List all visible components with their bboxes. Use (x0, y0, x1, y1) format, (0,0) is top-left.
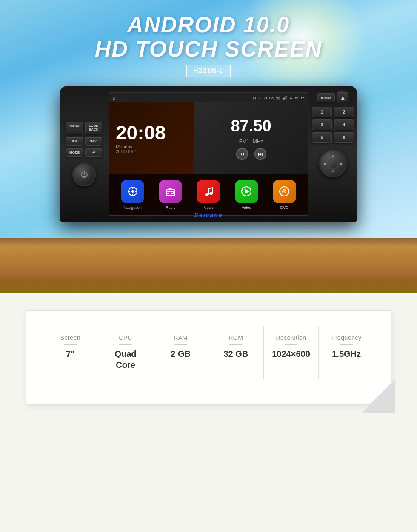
spec-screen-value: 7" (66, 348, 75, 359)
spec-divider-2 (174, 344, 187, 345)
spec-ram: RAM 2 GB (153, 326, 208, 379)
video-app-icon[interactable]: Video (235, 180, 258, 210)
status-icon-cam: 📷 (276, 96, 280, 100)
svg-point-11 (205, 193, 208, 196)
btn-row-2: DISC NAVI (63, 137, 105, 146)
title-line1: ANDROID 10.0 (95, 13, 323, 37)
spec-ram-label: RAM (174, 334, 188, 341)
num-btn-3[interactable]: 3 (312, 119, 332, 130)
right-control-panel: BAND ▲ 1 2 3 4 5 6 ▲ ▼ ◀ ▶ ⏸ (308, 86, 357, 222)
title-line2: HD TOUCH SCREEN (95, 37, 323, 61)
spec-frequency: Frequency 1.5GHz (319, 326, 374, 379)
eject-button[interactable]: ▲ (337, 92, 349, 102)
specs-grid: Screen 7" CPU QuadCore RAM 2 GB ROM 32 G… (43, 326, 374, 379)
video-app-label: Video (242, 205, 251, 210)
svg-line-15 (208, 188, 213, 189)
spec-divider-3 (229, 344, 242, 345)
status-bar: ⌂ ⊟ ⇧ 20:08 📷 🔊 ✕ ▭ ↩ (109, 93, 308, 102)
loud-back-button[interactable]: LOUDBACK (85, 122, 102, 134)
spec-divider-5 (340, 344, 353, 345)
num-btn-2[interactable]: 2 (334, 107, 354, 117)
model-id: H331N-L (193, 67, 224, 74)
left-control-panel: MENU LOUDBACK DISC NAVI MODE ↩ ⏻ (60, 86, 109, 222)
arrow-down-icon: ▼ (331, 169, 335, 174)
dvd-icon-box (273, 180, 296, 203)
svg-point-12 (209, 192, 213, 195)
clock-display: 20:08 (264, 96, 274, 100)
back-button[interactable]: ↩ (85, 148, 102, 157)
navigation-joystick[interactable]: ▲ ▼ ◀ ▶ ⏸ (319, 150, 347, 177)
status-icons: ⊟ ⇧ 20:08 📷 🔊 ✕ ▭ ↩ (253, 96, 304, 100)
spec-divider-4 (285, 344, 297, 345)
fm-info: FM1 MHz (239, 139, 263, 145)
model-badge: H331N-L (186, 65, 231, 77)
status-icon-rect: ▭ (295, 96, 299, 100)
btn-row-3: MODE ↩ (63, 148, 105, 157)
spec-divider-0 (64, 344, 77, 345)
spec-frequency-label: Frequency (331, 334, 362, 341)
product-title: ANDROID 10.0 HD TOUCH SCREEN H331N-L (95, 13, 323, 77)
home-icon[interactable]: ⌂ (113, 95, 116, 100)
power-knob[interactable]: ⏻ (72, 163, 96, 186)
spec-rom: ROM 32 GB (208, 326, 264, 379)
num-btn-6[interactable]: 6 (334, 132, 354, 143)
mhz-label: MHz (253, 139, 263, 145)
music-app-icon[interactable]: Music (197, 180, 220, 210)
arrow-left-icon: ◀ (323, 162, 326, 166)
spec-divider-1 (119, 344, 132, 345)
num-btn-5[interactable]: 5 (312, 132, 332, 143)
number-grid: 1 2 3 4 5 6 (312, 107, 354, 143)
music-app-label: Music (203, 205, 214, 210)
num-btn-4[interactable]: 4 (334, 119, 354, 130)
navigation-icon-box (121, 180, 144, 203)
play-pause-icon: ⏸ (331, 162, 335, 165)
specs-paper: Screen 7" CPU QuadCore RAM 2 GB ROM 32 G… (26, 310, 391, 405)
svg-marker-16 (245, 189, 250, 194)
band-button[interactable]: BAND (317, 93, 335, 102)
time-display: 20:08 (116, 123, 188, 142)
svg-rect-10 (167, 193, 169, 194)
svg-point-8 (171, 191, 174, 194)
spec-screen-label: Screen (60, 334, 80, 341)
arrow-right-icon: ▶ (340, 162, 343, 166)
hero-section: ANDROID 10.0 HD TOUCH SCREEN H331N-L MEN… (0, 0, 417, 238)
fm-label: FM1 (239, 139, 249, 145)
dvd-app-icon[interactable]: DVD (273, 180, 296, 210)
spec-resolution-value: 1024×600 (272, 348, 310, 359)
radio-app-icon[interactable]: Radio (159, 180, 182, 210)
svg-point-1 (131, 190, 134, 193)
radio-widget: 87.50 FM1 MHz ⏮ ⏭ (194, 102, 308, 174)
spec-rom-label: ROM (228, 334, 243, 341)
seicane-logo: Seicane (194, 212, 223, 219)
date-display: 2018/01/01 (116, 149, 188, 154)
radio-app-label: Radio (166, 205, 176, 210)
navi-button[interactable]: NAVI (85, 137, 102, 146)
status-icon-2: ⇧ (258, 96, 262, 100)
svg-rect-9 (167, 191, 171, 192)
spec-rom-value: 32 GB (223, 348, 248, 359)
music-icon-box (197, 180, 220, 203)
power-icon: ⏻ (80, 170, 88, 179)
radio-unit: MENU LOUDBACK DISC NAVI MODE ↩ ⏻ (60, 86, 357, 222)
spec-resolution: Resolution 1024×600 (264, 326, 319, 379)
mode-button[interactable]: MODE (66, 148, 83, 157)
table-shadow (0, 238, 417, 247)
navigation-app-label: Navigation (123, 205, 142, 210)
dvd-app-label: DVD (280, 205, 288, 210)
screen-content: 20:08 Monday 2018/01/01 87.50 FM1 MHz ⏮ (109, 102, 308, 174)
num-btn-1[interactable]: 1 (312, 107, 332, 117)
main-screen: ⌂ ⊟ ⇧ 20:08 📷 🔊 ✕ ▭ ↩ (109, 92, 308, 216)
menu-button[interactable]: MENU (66, 122, 83, 134)
disc-button[interactable]: DISC (66, 137, 83, 146)
navigation-app-icon[interactable]: Navigation (121, 180, 144, 210)
spec-cpu-value: QuadCore (114, 348, 136, 370)
radio-unit-container: MENU LOUDBACK DISC NAVI MODE ↩ ⏻ (60, 86, 357, 222)
arrow-up-icon: ▲ (331, 154, 335, 158)
spec-cpu-label: CPU (119, 334, 132, 341)
status-icon-1: ⊟ (253, 96, 256, 100)
spec-cpu: CPU QuadCore (98, 326, 154, 379)
frequency-display: 87.50 (231, 117, 271, 135)
svg-point-20 (284, 191, 285, 192)
next-track-button[interactable]: ⏭ (254, 148, 266, 160)
prev-track-button[interactable]: ⏮ (236, 148, 248, 160)
